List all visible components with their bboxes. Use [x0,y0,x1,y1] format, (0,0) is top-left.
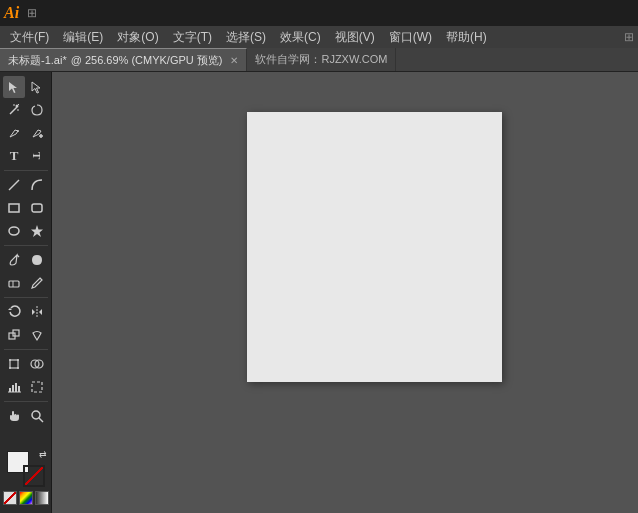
free-transform-tool[interactable] [3,353,25,375]
reflect-tool[interactable] [26,301,48,323]
layout-switcher[interactable]: ⊞ [624,30,634,44]
menu-object[interactable]: 对象(O) [111,27,164,48]
color-mode-button[interactable] [19,491,33,505]
tool-row-brush [3,249,48,271]
magic-wand-tool[interactable] [3,99,25,121]
zoom-tool[interactable] [26,405,48,427]
shape-builder-tool[interactable] [26,353,48,375]
active-tab-info: @ 256.69% (CMYK/GPU 预览) [71,53,223,68]
svg-line-6 [18,104,19,105]
tool-row-graph [3,376,48,398]
svg-rect-36 [32,382,42,392]
gradient-mode-button[interactable] [35,491,49,505]
type-tool[interactable]: T [3,145,25,167]
svg-marker-14 [31,225,43,237]
none-color-button[interactable] [3,491,17,505]
menu-view[interactable]: 视图(V) [329,27,381,48]
tool-row-rotate [3,301,48,323]
hand-tool[interactable] [3,405,25,427]
inactive-tab-label: 软件自学网：RJZXW.COM [255,52,387,67]
tool-separator-4 [4,349,48,350]
active-tab-label: 未标题-1.ai* [8,53,67,68]
tool-row-nav [3,405,48,427]
rounded-rect-tool[interactable] [26,197,48,219]
menu-text[interactable]: 文字(T) [167,27,218,48]
blob-brush-tool[interactable] [26,249,48,271]
artboard-tool[interactable] [26,376,48,398]
inactive-tab[interactable]: 软件自学网：RJZXW.COM [247,48,396,71]
tool-row-wand [3,99,48,121]
title-bar: Ai ⊞ [0,0,638,26]
menu-bar: 文件(F) 编辑(E) 对象(O) 文字(T) 选择(S) 效果(C) 视图(V… [0,26,638,48]
rotate-tool[interactable] [3,301,25,323]
canvas-area[interactable] [52,72,638,513]
svg-rect-31 [9,388,11,392]
tool-row-eraser [3,272,48,294]
tool-row-scale [3,324,48,346]
lasso-tool[interactable] [26,99,48,121]
svg-marker-20 [32,309,35,315]
tool-separator-1 [4,170,48,171]
color-mode-row [3,491,49,505]
ellipse-tool[interactable] [3,220,25,242]
main-layout: T T [0,72,638,513]
tool-separator-5 [4,401,48,402]
tool-separator-2 [4,245,48,246]
menu-effect[interactable]: 效果(C) [274,27,327,48]
svg-rect-32 [12,385,14,392]
pen-tool[interactable] [3,122,25,144]
tool-row-transform [3,353,48,375]
direct-select-tool[interactable] [26,76,48,98]
warp-tool[interactable] [26,324,48,346]
svg-rect-16 [9,281,19,287]
arc-tool[interactable] [26,174,48,196]
tab-close-button[interactable]: ✕ [230,55,238,66]
fill-stroke-area: ⇄ [7,451,45,487]
toolbar: T T [0,72,52,513]
svg-marker-0 [9,82,17,93]
tool-row-line [3,174,48,196]
menu-edit[interactable]: 编辑(E) [57,27,109,48]
color-area: ⇄ [1,447,51,509]
eraser-tool[interactable] [3,272,25,294]
line-tool[interactable] [3,174,25,196]
svg-line-10 [9,180,19,190]
svg-rect-34 [18,386,20,392]
svg-rect-12 [32,204,42,212]
svg-point-37 [32,411,40,419]
tool-separator-3 [4,297,48,298]
svg-point-25 [9,359,11,361]
star-tool[interactable] [26,220,48,242]
active-tab[interactable]: 未标题-1.ai* @ 256.69% (CMYK/GPU 预览) ✕ [0,48,247,71]
scale-tool[interactable] [3,324,25,346]
svg-point-7 [17,130,19,132]
menu-window[interactable]: 窗口(W) [383,27,438,48]
menu-file[interactable]: 文件(F) [4,27,55,48]
pencil-tool[interactable] [26,272,48,294]
vertical-type-tool[interactable]: T [26,145,48,167]
tab-bar: 未标题-1.ai* @ 256.69% (CMYK/GPU 预览) ✕ 软件自学… [0,48,638,72]
rectangle-tool[interactable] [3,197,25,219]
tool-row-pen [3,122,48,144]
svg-point-13 [9,227,19,235]
svg-line-38 [39,418,43,422]
ai-logo: Ai [4,4,19,22]
add-anchor-tool[interactable] [26,122,48,144]
svg-marker-21 [39,309,42,315]
tool-row-select [3,76,48,98]
tool-row-type: T T [3,145,48,167]
window-icon: ⊞ [27,6,37,20]
stroke-swatch[interactable] [23,465,45,487]
menu-select[interactable]: 选择(S) [220,27,272,48]
tool-row-rect [3,197,48,219]
swap-colors-icon[interactable]: ⇄ [39,449,47,459]
svg-point-27 [9,367,11,369]
svg-line-2 [10,107,17,114]
paintbrush-tool[interactable] [3,249,25,271]
bar-graph-tool[interactable] [3,376,25,398]
select-tool[interactable] [3,76,25,98]
menu-help[interactable]: 帮助(H) [440,27,493,48]
svg-rect-11 [9,204,19,212]
artboard [247,112,502,382]
svg-marker-1 [32,82,40,93]
